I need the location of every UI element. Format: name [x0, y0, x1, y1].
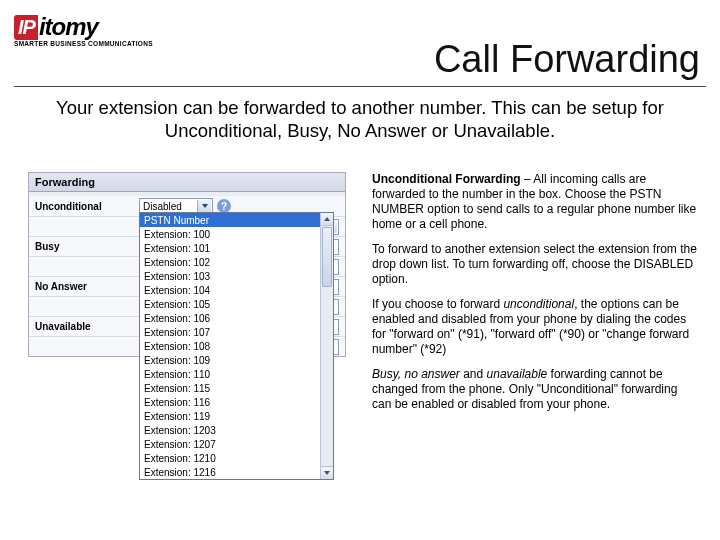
title-divider [14, 86, 706, 87]
dropdown-option[interactable]: Extension: 110 [140, 367, 333, 381]
intro-text: Your extension can be forwarded to anoth… [10, 96, 710, 142]
logo-mark: IP [14, 15, 38, 40]
dropdown-option[interactable]: Extension: 100 [140, 227, 333, 241]
logo-tagline: SMARTER BUSINESS COMMUNICATIONS [14, 40, 153, 47]
brand-logo: IP itomy SMARTER BUSINESS COMMUNICATIONS [14, 14, 153, 47]
dropdown-option[interactable]: Extension: 115 [140, 381, 333, 395]
dropdown-option[interactable]: Extension: 105 [140, 297, 333, 311]
dropdown-option[interactable]: Extension: 102 [140, 255, 333, 269]
desc-p4: Busy, no answer and unavailable forwardi… [372, 367, 698, 412]
dropdown-option[interactable]: Extension: 1210 [140, 451, 333, 465]
dropdown-option[interactable]: Extension: 1203 [140, 423, 333, 437]
logo-wordmark: itomy [39, 13, 98, 41]
dropdown-scrollbar[interactable] [320, 213, 333, 479]
page-title: Call Forwarding [434, 38, 700, 81]
help-icon[interactable]: ? [217, 199, 231, 213]
scroll-thumb[interactable] [322, 227, 332, 287]
scroll-down-icon[interactable] [321, 466, 333, 479]
scroll-up-icon[interactable] [321, 213, 333, 226]
desc-p2: To forward to another extension select t… [372, 242, 698, 287]
dropdown-option[interactable]: Extension: 119 [140, 409, 333, 423]
dropdown-option[interactable]: Extension: 108 [140, 339, 333, 353]
label-unavailable: Unavailable [29, 321, 139, 332]
desc-p1: Unconditional Forwarding – All incoming … [372, 172, 698, 232]
label-busy: Busy [29, 241, 139, 252]
chevron-down-icon [197, 200, 211, 212]
description: Unconditional Forwarding – All incoming … [372, 172, 698, 422]
dropdown-option[interactable]: Extension: 109 [140, 353, 333, 367]
panel-header: Forwarding [29, 173, 345, 192]
label-noanswer: No Answer [29, 281, 139, 292]
dropdown-option[interactable]: PSTN Number [140, 213, 333, 227]
dropdown-option[interactable]: Extension: 101 [140, 241, 333, 255]
dropdown-option[interactable]: Extension: 104 [140, 283, 333, 297]
unconditional-select-value: Disabled [143, 201, 182, 212]
dropdown-option[interactable]: Extension: 116 [140, 395, 333, 409]
dropdown-option[interactable]: Extension: 1207 [140, 437, 333, 451]
extension-dropdown[interactable]: PSTN Number Extension: 100 Extension: 10… [139, 212, 334, 480]
dropdown-option[interactable]: Extension: 106 [140, 311, 333, 325]
dropdown-option[interactable]: Extension: 107 [140, 325, 333, 339]
desc-p3: If you choose to forward unconditional, … [372, 297, 698, 357]
dropdown-option[interactable]: Extension: 1216 [140, 465, 333, 479]
label-unconditional: Unconditional [29, 201, 139, 212]
forwarding-panel: Forwarding Unconditional Disabled ? PSTN… [28, 172, 346, 357]
dropdown-option[interactable]: Extension: 103 [140, 269, 333, 283]
desc-p1-bold: Unconditional Forwarding [372, 172, 521, 186]
